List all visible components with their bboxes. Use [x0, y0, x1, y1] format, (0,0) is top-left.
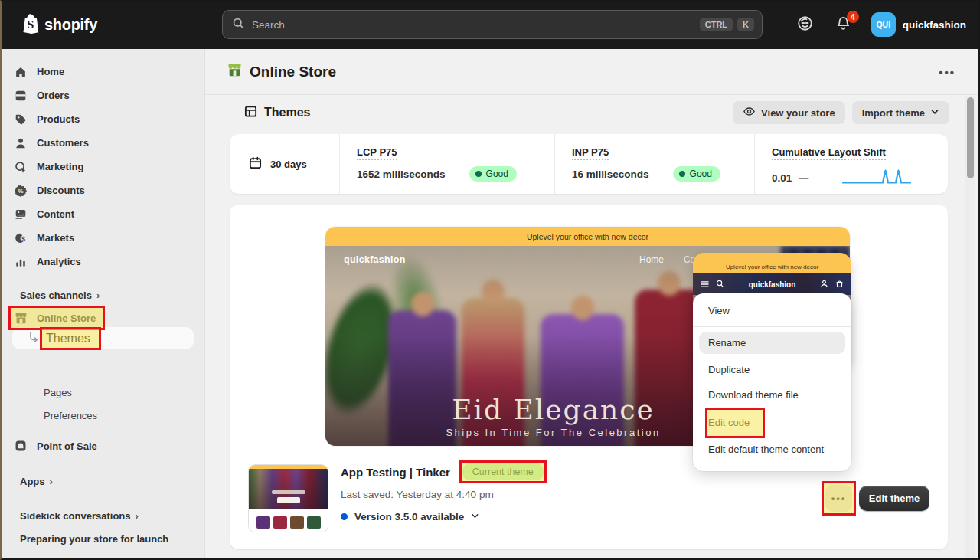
sidebar-item-products[interactable]: Products: [0, 107, 204, 131]
sidebar-item-content[interactable]: Content: [0, 202, 204, 226]
account-menu[interactable]: QUI quickfashion: [871, 12, 966, 37]
inp-metric: INP P75 16 milliseconds — Good: [554, 134, 754, 194]
date-range-selector[interactable]: 30 days: [230, 134, 339, 194]
shopify-admin-window: S shopify Search CTRL K 4: [0, 0, 980, 560]
menu-item-edit-code[interactable]: Edit code: [693, 408, 851, 437]
status-dot-icon: [475, 171, 482, 177]
sidebar-item-label: Content: [37, 208, 74, 220]
sidebar-item-pages[interactable]: Pages: [0, 381, 204, 404]
scrollbar-thumb[interactable]: [967, 97, 974, 178]
point-of-sale-label: Point of Sale: [37, 440, 97, 452]
view-your-store-button[interactable]: View your store: [733, 101, 845, 124]
menu-item-rename[interactable]: Rename: [699, 332, 845, 354]
mobile-brand-logo: quickfashion: [731, 280, 813, 289]
menu-item-view[interactable]: View: [693, 297, 851, 323]
topbar: S shopify Search CTRL K 4: [0, 0, 980, 49]
date-range-label: 30 days: [270, 159, 307, 170]
online-store-label: Online Store: [37, 313, 96, 324]
sidebar-item-label: Discounts: [37, 185, 85, 196]
sidebar-section-sidekick[interactable]: Sidekick conversations ›: [0, 505, 204, 526]
sidebar-item-point-of-sale[interactable]: Point of Sale: [0, 434, 204, 458]
current-theme-annotation: Current theme: [462, 463, 544, 480]
import-theme-button[interactable]: Import theme: [852, 101, 949, 124]
theme-version-dropdown[interactable]: Version 3.5.0 available: [341, 509, 544, 523]
sidebar-item-orders[interactable]: Orders: [0, 84, 204, 107]
sidebar-item-launch-guide[interactable]: Preparing your store for launch: [0, 526, 204, 551]
announcement-bar: Uplevel your office with new decor: [325, 227, 850, 246]
notification-count-badge: 4: [847, 11, 859, 23]
sidebar-item-preferences[interactable]: Preferences: [0, 404, 204, 427]
version-dot-icon: [341, 513, 348, 520]
page-overflow-button[interactable]: •••: [939, 66, 956, 79]
current-theme-card: Uplevel your office with new decor quick…: [230, 205, 948, 549]
lcp-value: 1652 milliseconds: [357, 169, 446, 180]
shortcut-k-key: K: [737, 18, 754, 31]
theme-name: App Testing | Tinker: [341, 466, 450, 479]
dash: —: [799, 172, 808, 184]
svg-text:%: %: [18, 188, 23, 195]
mobile-announcement-bar: Uplevel your office with new decor: [693, 253, 851, 273]
menu-item-edit-default-theme-content[interactable]: Edit default theme content: [693, 437, 851, 462]
sidebar-item-label: Customers: [37, 137, 89, 149]
online-store-green-icon: [227, 62, 243, 81]
apps-label: Apps: [20, 476, 45, 487]
theme-more-actions-button[interactable]: •••: [825, 485, 852, 512]
edit-code-label: Edit code: [708, 412, 757, 433]
sidebar-item-markets[interactable]: $ Markets: [0, 226, 204, 250]
menu-item-download-theme-file[interactable]: Download theme file: [693, 382, 851, 408]
sidekick-button[interactable]: [795, 14, 816, 35]
cls-label[interactable]: Cumulative Layout Shift: [772, 146, 886, 160]
sidebar-item-discounts[interactable]: % Discounts: [0, 178, 204, 202]
sidebar-item-marketing[interactable]: Marketing: [0, 155, 204, 178]
launch-guide-label: Preparing your store for launch: [20, 533, 168, 545]
menu-divider: [693, 326, 851, 327]
theme-info: App Testing | Tinker Current theme Last …: [341, 463, 544, 523]
ellipsis-icon: •••: [831, 493, 847, 504]
theme-thumbnail[interactable]: [249, 465, 328, 532]
themes-section-header: Themes View your store Import theme: [205, 95, 980, 130]
inp-value: 16 milliseconds: [572, 169, 649, 180]
bar-chart-icon: [13, 254, 28, 270]
sidebar-item-label: Analytics: [37, 256, 81, 267]
cls-metric: Cumulative Layout Shift 0.01 —: [754, 134, 948, 194]
search-placeholder: Search: [252, 19, 695, 31]
search-icon: [232, 17, 245, 33]
inp-label[interactable]: INP P75: [572, 146, 609, 160]
sidebar-item-settings[interactable]: Settings: [0, 553, 204, 560]
storefront-icon: [13, 310, 28, 326]
theme-last-saved: Last saved: Yesterday at 4:40 pm: [341, 489, 544, 500]
chevron-right-icon: ›: [96, 290, 100, 301]
theme-actions-menu: View Rename Duplicate Download theme fil…: [693, 293, 851, 471]
edit-theme-button[interactable]: Edit theme: [859, 486, 929, 511]
preferences-label: Preferences: [44, 410, 97, 421]
sidebar-item-customers[interactable]: Customers: [0, 131, 204, 155]
version-label: Version 3.5.0 available: [354, 511, 464, 522]
shopify-logo[interactable]: S shopify: [20, 13, 97, 37]
discount-badge-icon: %: [13, 183, 28, 198]
chevron-right-icon: ›: [50, 476, 53, 487]
preview-nav-home[interactable]: Home: [639, 254, 664, 265]
current-theme-badge: Current theme: [462, 463, 544, 480]
page-title: Online Store: [250, 64, 336, 80]
sidebar-section-apps[interactable]: Apps ›: [0, 470, 204, 492]
thumb-shop-now-button: [277, 497, 300, 503]
sidebar-item-label: Home: [37, 66, 64, 77]
sidebar-item-home[interactable]: Home: [0, 60, 204, 84]
topbar-actions: 4 QUI quickfashion: [795, 0, 966, 49]
mobile-cart-icon: [835, 277, 844, 291]
status-dot-icon: [679, 171, 685, 177]
search-input[interactable]: Search CTRL K: [222, 10, 763, 39]
notifications-button[interactable]: 4: [833, 14, 854, 35]
sidebar-item-themes[interactable]: Themes: [12, 327, 194, 349]
chevron-down-icon: [930, 107, 939, 119]
lcp-label[interactable]: LCP P75: [357, 146, 397, 160]
mobile-search-icon: [716, 277, 724, 291]
sidebar-item-analytics[interactable]: Analytics: [0, 250, 204, 273]
sidebar-section-sales-channels[interactable]: Sales channels ›: [0, 284, 204, 306]
eye-icon: [743, 105, 756, 120]
menu-item-duplicate[interactable]: Duplicate: [693, 357, 851, 382]
vertical-scrollbar[interactable]: [965, 96, 975, 560]
sidebar: Home Orders Products Customers Marketing…: [0, 49, 205, 560]
media-icon: [13, 207, 28, 222]
lcp-metric: LCP P75 1652 milliseconds — Good: [339, 134, 554, 194]
